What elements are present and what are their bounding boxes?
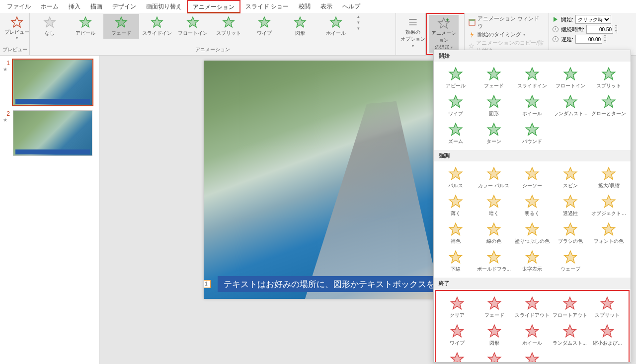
- dd-item-label: オブジェクト ...: [591, 210, 626, 217]
- dd-item[interactable]: 線の色: [475, 220, 512, 247]
- star-icon: [562, 324, 577, 339]
- dd-item[interactable]: ホイール: [513, 92, 551, 119]
- start-select[interactable]: クリック時: [575, 15, 611, 24]
- dd-item[interactable]: 太字表示: [513, 248, 551, 275]
- star-icon: [151, 16, 163, 29]
- menu-transition[interactable]: 画面切り替え: [141, 0, 187, 13]
- menu-review[interactable]: 校閲: [294, 0, 316, 13]
- dd-item[interactable]: ワイプ: [437, 92, 474, 119]
- dd-item[interactable]: 図形: [475, 92, 512, 119]
- gallery-item-2[interactable]: フェード: [103, 14, 139, 39]
- gallery-item-4[interactable]: フロートイン: [175, 14, 211, 39]
- gallery-item-7[interactable]: 図形: [282, 14, 318, 39]
- star-icon: [487, 324, 502, 339]
- dd-item[interactable]: バウンド: [514, 350, 551, 363]
- star-icon: [486, 166, 501, 181]
- gallery-item-5[interactable]: スプリット: [211, 14, 246, 39]
- dd-item[interactable]: 補色: [437, 220, 474, 247]
- preview-button[interactable]: プレビュー ▾: [2, 14, 32, 42]
- dd-item[interactable]: ワイプ: [439, 322, 475, 349]
- menu-design[interactable]: デザイン: [107, 0, 141, 13]
- menu-home[interactable]: ホーム: [36, 0, 64, 13]
- dd-item[interactable]: バウンド: [513, 120, 551, 147]
- gallery-item-0[interactable]: なし: [32, 14, 68, 39]
- menu-file[interactable]: ファイル: [2, 0, 36, 13]
- gallery-item-1[interactable]: アピール: [68, 14, 103, 39]
- dd-grid: アピールフェードスライドインフロートインスプリットワイプ図形ホイールランダムスト…: [434, 62, 631, 150]
- dd-item[interactable]: ズーム: [437, 120, 474, 147]
- dd-item[interactable]: ホイール: [514, 322, 551, 349]
- dd-item[interactable]: ターン: [475, 120, 512, 147]
- dd-item[interactable]: アピール: [437, 65, 474, 91]
- delay-input[interactable]: [575, 35, 602, 44]
- dd-item[interactable]: スライドイン: [513, 65, 551, 91]
- dd-item[interactable]: ランダムスト...: [552, 92, 589, 119]
- star-icon: [486, 67, 501, 81]
- menu-animation[interactable]: アニメーション: [187, 0, 240, 13]
- dd-item-label: 図形: [489, 340, 499, 347]
- dd-item[interactable]: スプリット: [589, 294, 626, 321]
- dd-item-label: 明るく: [525, 210, 540, 217]
- gallery-item-6[interactable]: ワイプ: [246, 14, 282, 39]
- slide-number: 2: [3, 110, 10, 117]
- dd-item[interactable]: 明るく: [513, 192, 551, 219]
- dd-item[interactable]: オブジェクト ...: [590, 192, 628, 219]
- dd-item[interactable]: 塗りつぶしの色: [513, 220, 551, 247]
- slide-thumb-row[interactable]: 1★: [3, 60, 96, 105]
- dd-item[interactable]: ウェーブ: [552, 248, 589, 275]
- dd-item[interactable]: フロートイン: [552, 65, 589, 91]
- dd-item[interactable]: フェード: [476, 294, 512, 321]
- dd-item[interactable]: 透過性: [552, 192, 589, 219]
- dd-item[interactable]: ズーム: [439, 350, 475, 363]
- animation-pane-button[interactable]: アニメーション ウィンドウ: [469, 15, 545, 30]
- menu-insert[interactable]: 挿入: [64, 0, 85, 13]
- dd-item[interactable]: シーソー: [513, 164, 551, 191]
- dd-item[interactable]: フロートアウト: [552, 294, 588, 321]
- dd-item[interactable]: ランダムスト...: [552, 322, 588, 349]
- dd-item[interactable]: 縮小および...: [589, 322, 626, 349]
- animation-order-tag[interactable]: 1: [204, 280, 211, 288]
- star-icon: [487, 352, 502, 363]
- dd-item[interactable]: ボールドフラ...: [475, 248, 512, 275]
- dd-item[interactable]: フェード: [475, 65, 512, 91]
- gallery-label: ワイプ: [257, 30, 272, 37]
- dd-item-label: 線の色: [486, 238, 501, 245]
- spinner-buttons[interactable]: ▴▾: [615, 25, 617, 33]
- dd-item[interactable]: パルス: [437, 164, 474, 191]
- dd-item[interactable]: スプリット: [590, 65, 628, 91]
- dd-item[interactable]: 図形: [476, 322, 512, 349]
- star-icon: [600, 324, 615, 339]
- dd-item[interactable]: 下線: [437, 248, 474, 275]
- dd-item[interactable]: スライドアウト: [514, 294, 551, 321]
- gallery-item-8[interactable]: ホイール: [318, 14, 354, 39]
- menu-draw[interactable]: 描画: [85, 0, 107, 13]
- star-icon: [600, 296, 615, 311]
- gallery-item-3[interactable]: スライドイン: [139, 14, 175, 39]
- menu-view[interactable]: 表示: [316, 0, 337, 13]
- dd-item[interactable]: クリア: [439, 294, 475, 321]
- slide-thumbnail[interactable]: [13, 60, 92, 105]
- dd-item[interactable]: フォントの色: [590, 220, 628, 247]
- dd-item[interactable]: 拡大/収縮: [590, 164, 628, 191]
- spinner-buttons[interactable]: ▴▾: [604, 35, 606, 43]
- gallery-expand[interactable]: ▴▾▾: [354, 14, 363, 31]
- trigger-button[interactable]: 開始のタイミング ▾: [469, 31, 545, 38]
- dd-item[interactable]: カラー パルス: [475, 164, 512, 191]
- menu-slideshow[interactable]: スライド ショー: [240, 0, 294, 13]
- bolt-icon: [469, 31, 476, 38]
- dd-item[interactable]: 暗く: [475, 192, 512, 219]
- slide-thumbnail[interactable]: [13, 110, 92, 156]
- effect-options-button[interactable]: 効果の オプション ▾: [398, 14, 428, 50]
- add-animation-button[interactable]: アニメーション の追加 ▾: [429, 15, 459, 53]
- slide-thumb-row[interactable]: 2★: [3, 110, 96, 156]
- dd-item[interactable]: ターン: [476, 350, 512, 363]
- menu-help[interactable]: ヘルプ: [337, 0, 365, 13]
- dd-item-label: ランダムスト...: [554, 110, 587, 117]
- dd-item-label: スライドアウト: [515, 312, 550, 319]
- duration-input[interactable]: [586, 25, 613, 34]
- dd-item[interactable]: グローとターン: [590, 92, 628, 119]
- dd-item[interactable]: 薄く: [437, 192, 474, 219]
- dd-item[interactable]: ブラシの色: [552, 220, 589, 247]
- dd-item[interactable]: スピン: [552, 164, 589, 191]
- star-icon: [525, 67, 540, 81]
